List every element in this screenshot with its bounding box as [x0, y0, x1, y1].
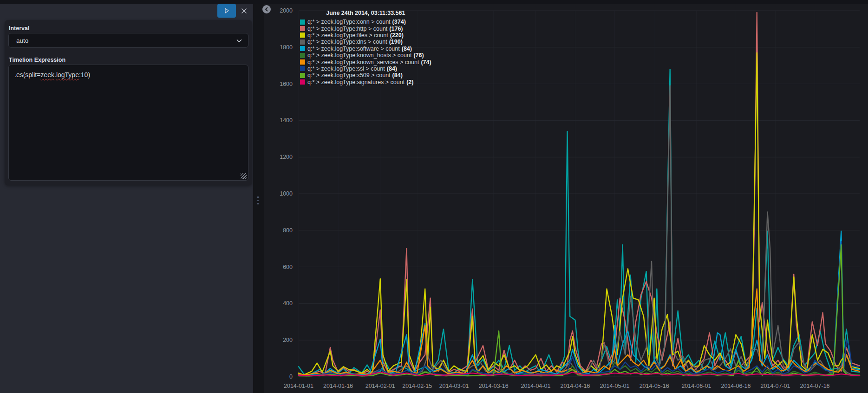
legend-title: June 24th 2014, 03:11:33.561 [300, 10, 431, 16]
y-axis-label: 1800 [280, 44, 293, 51]
expression-text: .es(split=zeek.logType:10) [14, 71, 90, 79]
timelion-editor-panel: Interval auto Timelion Expression .es(sp… [0, 4, 253, 393]
legend-count: (84) [387, 66, 397, 72]
legend-swatch [300, 59, 305, 65]
collapse-panel-button[interactable] [262, 5, 271, 13]
top-strip [0, 0, 868, 4]
legend-count: (374) [392, 19, 406, 25]
y-axis-label: 2000 [280, 7, 293, 14]
timelion-expression-input[interactable]: .es(split=zeek.logType:10) [8, 65, 248, 181]
close-editor-button[interactable] [238, 5, 250, 17]
legend-count: (176) [389, 26, 403, 32]
x-axis-label: 2014-04-01 [521, 383, 550, 389]
legend-item-known_hosts: q:* > zeek.logType:known_hosts > count(7… [300, 52, 431, 59]
kibana-timelion-app: Interval auto Timelion Expression .es(sp… [0, 0, 868, 393]
x-axis-label: 2014-05-16 [640, 383, 669, 389]
legend-swatch [300, 66, 305, 71]
legend-label: q:* > zeek.logType:signatures > count [307, 79, 405, 85]
legend-swatch [300, 79, 305, 85]
y-axis-label: 400 [283, 300, 293, 307]
play-icon [223, 7, 230, 14]
legend-label: q:* > zeek.logType:known_hosts > count [307, 52, 411, 59]
legend-item-files: q:* > zeek.logType:files > count(220) [300, 32, 431, 39]
legend-label: q:* > zeek.logType:x509 > count [307, 72, 391, 79]
legend-item-software: q:* > zeek.logType:software > count(84) [300, 46, 431, 52]
legend-count: (2) [406, 79, 413, 85]
chevron-left-icon [264, 7, 269, 12]
run-expression-button[interactable] [217, 4, 236, 18]
timelion-expression-label: Timelion Expression [9, 57, 65, 63]
legend-items: q:* > zeek.logType:conn > count(374)q:* … [300, 19, 431, 85]
drag-handle-icon[interactable] [257, 196, 259, 204]
x-axis-label: 2014-04-16 [561, 383, 590, 389]
legend-label: q:* > zeek.logType:files > count [307, 32, 388, 39]
x-axis-label: 2014-07-16 [800, 383, 830, 389]
chart-legend: June 24th 2014, 03:11:33.561 q:* > zeek.… [300, 10, 431, 85]
legend-count: (84) [402, 46, 412, 52]
chart-pane: 0200400600800100012001400160018002000201… [264, 4, 868, 393]
panel-resize-divider[interactable] [253, 4, 264, 393]
legend-item-conn: q:* > zeek.logType:conn > count(374) [300, 19, 431, 25]
y-axis-label: 1200 [280, 154, 293, 160]
x-axis-label: 2014-07-01 [761, 383, 790, 389]
y-axis-label: 200 [283, 337, 293, 343]
legend-label: q:* > zeek.logType:conn > count [307, 19, 391, 25]
x-axis-label: 2014-06-01 [681, 383, 711, 389]
legend-count: (84) [392, 72, 403, 79]
interval-selected-value: auto [16, 37, 28, 44]
legend-count: (220) [390, 32, 404, 39]
interval-select[interactable]: auto [8, 33, 248, 48]
legend-item-x509: q:* > zeek.logType:x509 > count(84) [300, 72, 431, 79]
y-axis-label: 1400 [280, 117, 293, 124]
legend-item-ssl: q:* > zeek.logType:ssl > count(84) [300, 66, 431, 72]
close-icon [241, 8, 247, 14]
x-axis-label: 2014-01-16 [323, 383, 353, 389]
legend-count: (74) [421, 59, 431, 66]
interval-label: Interval [9, 25, 29, 32]
legend-label: q:* > zeek.logType:ssl > count [307, 66, 385, 72]
x-axis-label: 2014-02-15 [402, 383, 432, 389]
legend-item-http: q:* > zeek.logType:http > count(176) [300, 25, 431, 32]
x-axis-label: 2014-03-16 [479, 383, 509, 389]
x-axis-label: 2014-02-01 [365, 383, 395, 389]
legend-item-dns: q:* > zeek.logType:dns > count(190) [300, 39, 431, 45]
y-axis-label: 600 [283, 264, 293, 270]
y-axis-label: 1000 [280, 190, 293, 197]
x-axis-label: 2014-01-01 [284, 383, 313, 389]
legend-swatch [300, 20, 305, 25]
legend-swatch [300, 26, 305, 31]
y-axis-label: 800 [283, 227, 293, 234]
legend-count: (76) [413, 52, 424, 59]
legend-swatch [300, 53, 305, 58]
legend-swatch [300, 73, 305, 78]
legend-label: q:* > zeek.logType:http > count [307, 26, 387, 32]
x-axis-label: 2014-03-01 [439, 383, 469, 389]
expression-editor-card: Interval auto Timelion Expression .es(sp… [5, 20, 252, 185]
y-axis-label: 1600 [280, 81, 293, 87]
legend-swatch [300, 46, 305, 51]
legend-count: (190) [389, 39, 403, 45]
chevron-down-icon [236, 38, 242, 44]
legend-swatch [300, 39, 305, 45]
legend-label: q:* > zeek.logType:software > count [307, 46, 400, 52]
legend-label: q:* > zeek.logType:known_services > coun… [307, 59, 419, 66]
x-axis-label: 2014-05-01 [600, 383, 630, 389]
x-axis-label: 2014-06-16 [721, 383, 751, 389]
editor-panel-header [0, 4, 253, 20]
y-axis-label: 0 [289, 373, 293, 380]
legend-item-signatures: q:* > zeek.logType:signatures > count(2) [300, 79, 431, 85]
legend-item-known_services: q:* > zeek.logType:known_services > coun… [300, 59, 431, 65]
legend-label: q:* > zeek.logType:dns > count [307, 39, 387, 45]
legend-swatch [300, 33, 305, 38]
textarea-resize-grip[interactable] [241, 173, 247, 179]
